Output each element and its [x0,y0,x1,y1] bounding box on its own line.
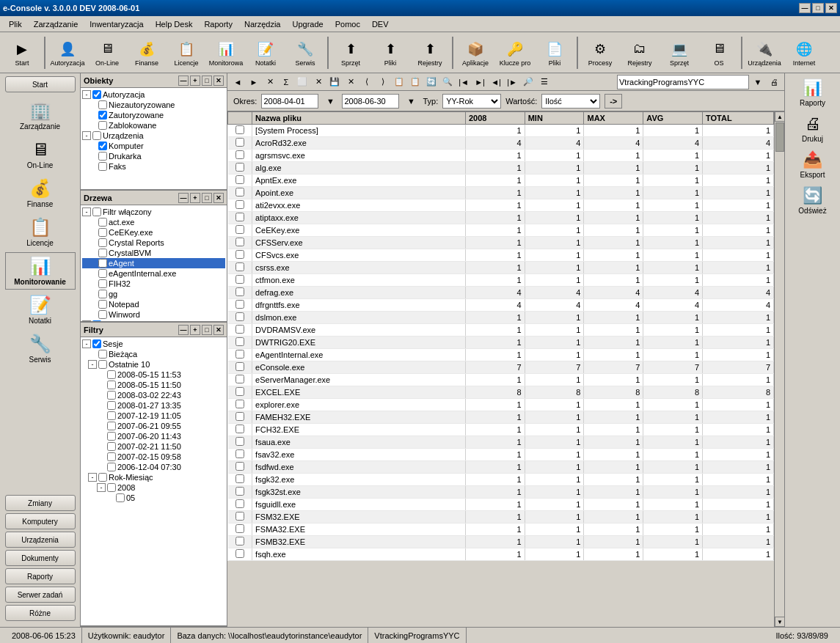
tree-checkbox[interactable] [98,360,107,369]
tree-item[interactable]: -Autoryzacja [82,89,225,100]
scroll-thumb[interactable] [775,122,784,152]
col-2008[interactable]: 2008 [465,112,525,125]
row-checkbox[interactable] [228,449,252,461]
menu-item-zarządzanie[interactable]: Zarządzanie [28,18,84,30]
tree-expand[interactable]: - [82,131,91,140]
ct-fwd-btn[interactable]: ► [246,75,261,89]
table-row[interactable]: ati2evxx.exe 1 1 1 1 1 [228,199,774,212]
toolbar-btn-monitorowa[interactable]: 📊Monitorowa [207,34,245,71]
ct-refresh-btn[interactable]: 🔄 [424,75,439,89]
row-checkbox[interactable] [228,224,252,237]
left-bottom-btn-dokumenty[interactable]: Dokumenty [5,550,76,566]
tree-checkbox[interactable] [107,442,116,451]
tree-item[interactable]: -2008 [82,482,225,493]
tree-checkbox[interactable] [98,259,107,268]
date-from-input[interactable] [261,94,318,109]
table-row[interactable]: CFSServ.exe 1 1 1 1 1 [228,237,774,249]
data-table-scroll[interactable]: Nazwa pliku 2008 MIN MAX AVG TOTAL [Syst… [227,111,774,627]
tree-item[interactable]: 2007-06-20 11:43 [82,431,225,441]
col-min[interactable]: MIN [525,112,584,125]
toolbar-btn-finanse[interactable]: 💰Finanse [128,34,166,71]
right-btn-odśwież[interactable]: 🔄Odśwież [789,184,837,217]
scroll-up-btn[interactable]: ▲ [775,111,784,122]
row-checkbox[interactable] [228,312,252,324]
ct-print-btn[interactable]: 🖨 [767,75,781,89]
left-nav-notatki[interactable]: 📝Notatki [5,291,76,328]
tree-checkbox[interactable] [107,391,116,400]
typ-select[interactable]: YY-Rok [442,94,501,109]
drzewa-add-btn[interactable]: + [190,193,200,203]
table-row[interactable]: defrag.exe 4 4 4 4 4 [228,287,774,299]
tree-item[interactable]: 2008-03-02 22:43 [82,390,225,400]
table-row[interactable]: EXCEL.EXE 8 8 8 8 8 [228,386,774,399]
row-checkbox[interactable] [228,237,252,249]
tree-checkbox[interactable] [107,432,116,441]
table-row[interactable]: [System Process] 1 1 1 1 1 [228,125,774,137]
table-row[interactable]: eConsole.exe 7 7 7 7 7 [228,361,774,374]
tree-item[interactable]: Niezautoryzowane [82,100,225,110]
row-checkbox[interactable] [228,262,252,274]
row-checkbox[interactable] [228,274,252,287]
ct-nav-prev-btn[interactable]: |◄ [456,75,471,89]
obiekty-close-btn[interactable]: ✕ [213,76,224,86]
start-button[interactable]: Start [5,76,76,92]
filtry-add-btn[interactable]: + [190,325,200,335]
table-row[interactable]: FAMEH32.EXE 1 1 1 1 1 [228,411,774,424]
left-nav-serwis[interactable]: 🔧Serwis [5,330,76,367]
ct-filter-btn[interactable]: 🔍 [440,75,455,89]
row-checkbox[interactable] [228,548,252,561]
tree-item[interactable]: -Filtr włączony [82,207,225,217]
toolbar-btn-internet[interactable]: 🌐Internet [785,34,823,71]
tree-checkbox[interactable] [107,483,116,492]
table-row[interactable]: FSMA32.EXE 1 1 1 1 1 [228,523,774,536]
ct-copy-btn[interactable]: 📋 [392,75,406,89]
col-avg[interactable]: AVG [643,112,703,125]
tree-item[interactable]: 2008-01-27 13:35 [82,400,225,411]
row-checkbox[interactable] [228,349,252,361]
tree-item[interactable]: Notepad [82,299,225,309]
ct-next-btn[interactable]: ⟩ [376,75,390,89]
tree-checkbox[interactable] [98,152,107,161]
left-nav-licencje[interactable]: 📋Licencje [5,213,76,251]
tree-item[interactable]: -Sesje [82,339,225,349]
table-row[interactable]: FSMB32.EXE 1 1 1 1 1 [228,536,774,548]
left-nav-finanse[interactable]: 💰Finanse [5,174,76,212]
table-row[interactable]: csrss.exe 1 1 1 1 1 [228,262,774,274]
ct-cancel-btn[interactable]: ✕ [343,75,358,89]
ct-sum-btn[interactable]: Σ [279,75,293,89]
ct-save-btn[interactable]: 💾 [327,75,342,89]
table-row[interactable]: fsdfwd.exe 1 1 1 1 1 [228,461,774,474]
row-checkbox[interactable] [228,287,252,299]
row-checkbox[interactable] [228,137,252,150]
left-bottom-btn-zmiany[interactable]: Zmiany [5,495,76,511]
table-row[interactable]: CeEKey.exe 1 1 1 1 1 [228,224,774,237]
tree-item[interactable]: Winword [82,309,225,320]
row-checkbox[interactable] [228,361,252,374]
left-nav-zarządzanie[interactable]: 🏢Zarządzanie [5,97,76,134]
ct-search-btn[interactable]: 🔎 [521,75,536,89]
tree-checkbox[interactable] [98,350,107,359]
toolbar-btn-os[interactable]: 🖥OS [700,34,738,71]
drzewa-restore-btn[interactable]: □ [202,193,212,203]
tree-item[interactable]: 2006-12-04 07:30 [82,462,225,472]
table-row[interactable]: dfrgnttfs.exe 4 4 4 4 4 [228,299,774,312]
drzewa-close-btn[interactable]: ✕ [213,193,224,203]
tree-item[interactable]: Zautoryzowane [82,110,225,120]
date-to-picker[interactable]: ▼ [403,94,418,109]
tree-checkbox[interactable] [98,473,107,482]
tree-checkbox[interactable] [98,162,107,171]
left-bottom-btn-serwer-zadań[interactable]: Serwer zadań [5,587,76,603]
maximize-button[interactable]: □ [812,3,824,13]
ct-dropdown-btn[interactable]: ▼ [750,75,765,89]
ct-sel-btn[interactable]: ⬜ [295,75,310,89]
row-checkbox[interactable] [228,474,252,486]
table-row[interactable]: eServerManager.exe 1 1 1 1 1 [228,374,774,386]
toolbar-btn-rejestry[interactable]: 🗂Rejestry [621,34,659,71]
tree-checkbox[interactable] [98,142,107,150]
tree-item[interactable]: Faks [82,161,225,172]
date-to-input[interactable] [342,94,399,109]
tree-checkbox[interactable] [98,279,107,288]
tree-checkbox[interactable] [98,228,107,237]
row-checkbox[interactable] [228,324,252,337]
toolbar-btn-rejestry[interactable]: ⬆Rejestry [411,34,449,71]
